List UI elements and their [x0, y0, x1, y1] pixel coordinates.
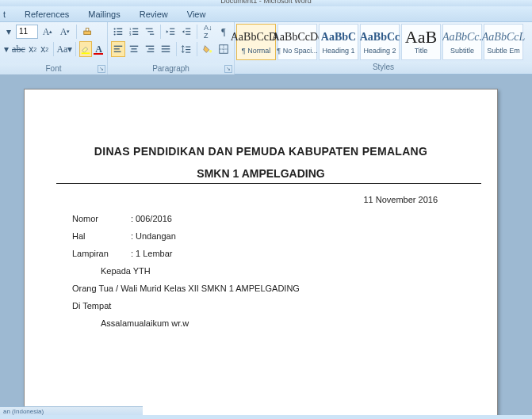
shading-button[interactable] — [201, 41, 215, 57]
decrease-indent-button[interactable] — [164, 24, 178, 40]
multilevel-button[interactable] — [143, 24, 157, 40]
style-item-0[interactable]: AaBbCcDc¶ Normal — [236, 24, 276, 60]
svg-text:3: 3 — [129, 32, 132, 36]
superscript-button[interactable]: x2 — [40, 41, 50, 57]
style-sample: AaBbCc — [360, 29, 400, 46]
svg-rect-36 — [186, 47, 191, 48]
font-dialog-launcher[interactable]: ↘ — [98, 65, 105, 73]
svg-rect-15 — [145, 29, 152, 29]
svg-rect-32 — [147, 51, 154, 52]
style-name: Heading 2 — [363, 46, 396, 55]
styles-gallery: AaBbCcDc¶ NormalAaBbCcDc¶ No Spaci...AaB… — [235, 22, 532, 62]
tab-view[interactable]: View — [178, 8, 216, 21]
style-name: Subtitle — [450, 46, 474, 55]
bullets-icon — [113, 26, 124, 37]
svg-rect-17 — [150, 34, 154, 35]
separator — [197, 25, 197, 39]
sort-button[interactable]: A↓Z — [201, 24, 215, 40]
tab-review[interactable]: Review — [130, 8, 178, 21]
style-item-6[interactable]: AaBbCcLSubtle Em — [484, 24, 523, 60]
style-item-5[interactable]: AaBbCc.Subtitle — [442, 24, 482, 60]
svg-rect-37 — [186, 49, 191, 50]
svg-rect-14 — [132, 34, 138, 35]
style-sample: AaB — [405, 29, 437, 46]
svg-rect-10 — [132, 29, 138, 29]
align-center-icon — [128, 44, 140, 55]
eraser-icon — [82, 26, 94, 37]
subscript-button[interactable]: x2 — [28, 41, 38, 57]
doc-line-1: Orang Tua / Wali Murid Kelas XII SMKN 1 … — [72, 284, 450, 293]
show-marks-button[interactable]: ¶ — [216, 24, 231, 40]
paragraph-dialog-launcher[interactable]: ↘ — [224, 65, 232, 73]
field-key: Nomor — [72, 214, 131, 223]
paste-edge[interactable]: ▾ — [3, 41, 10, 57]
bullets-button[interactable] — [111, 24, 125, 40]
svg-rect-2 — [82, 52, 90, 54]
font-size-input[interactable]: 11 — [16, 25, 38, 39]
field-key: Hal — [72, 231, 131, 241]
style-name: Subtle Em — [487, 46, 520, 55]
numbering-button[interactable]: 123 — [127, 24, 141, 40]
svg-rect-8 — [117, 34, 122, 35]
align-right-button[interactable] — [143, 41, 157, 57]
style-sample: AaBbCcL — [482, 29, 525, 46]
style-item-2[interactable]: AaBbCHeading 1 — [319, 24, 358, 60]
svg-rect-18 — [170, 29, 175, 29]
svg-rect-4 — [117, 29, 122, 29]
grow-font-button[interactable]: A▴ — [40, 24, 55, 40]
group-label-font: Font ↘ — [0, 63, 107, 74]
strikethrough-button[interactable]: abc — [11, 41, 26, 57]
style-item-4[interactable]: AaBTitle — [401, 24, 441, 60]
font-dropdown-edge[interactable]: ▾ — [3, 24, 14, 40]
separator — [53, 42, 54, 56]
svg-point-7 — [114, 33, 116, 35]
svg-point-39 — [209, 50, 212, 53]
field-nomor: Nomor : 006/2016 — [72, 214, 450, 223]
doc-date: 11 November 2016 — [72, 195, 450, 204]
style-item-3[interactable]: AaBbCcHeading 2 — [360, 24, 400, 60]
style-sample: AaBbC — [321, 29, 356, 46]
window-title: Document1 - Microsoft Word — [220, 0, 311, 5]
document-area[interactable]: DINAS PENDIDIKAN DAN PEMUDA KABUPATEN PE… — [0, 74, 532, 415]
font-color-button[interactable]: A — [94, 41, 104, 57]
group-styles: AaBbCcDc¶ NormalAaBbCcDc¶ No Spaci...AaB… — [235, 22, 532, 74]
svg-rect-33 — [161, 46, 170, 47]
svg-rect-6 — [117, 31, 122, 32]
clear-formatting-button[interactable] — [80, 24, 96, 40]
indent-icon — [181, 26, 192, 37]
svg-rect-29 — [130, 51, 137, 52]
svg-rect-27 — [130, 46, 139, 47]
line-spacing-icon — [181, 44, 192, 55]
field-key: Lampiran — [72, 249, 131, 258]
tab-cut[interactable]: t — [3, 8, 15, 21]
tab-mailings[interactable]: Mailings — [78, 8, 129, 21]
svg-rect-22 — [186, 31, 191, 32]
justify-button[interactable] — [159, 41, 173, 57]
bucket-icon — [202, 44, 213, 55]
page[interactable]: DINAS PENDIDIKAN DAN PEMUDA KABUPATEN PE… — [24, 89, 498, 415]
style-sample: AaBbCc. — [442, 29, 482, 46]
align-left-button[interactable] — [111, 41, 125, 57]
style-name: Title — [415, 46, 428, 55]
multilevel-icon — [144, 26, 155, 37]
align-right-icon — [144, 44, 155, 55]
tab-references[interactable]: References — [15, 8, 78, 21]
group-paragraph: 123 A↓Z ¶ Paragraph — [108, 22, 235, 74]
header-rule — [56, 183, 481, 184]
align-left-icon — [113, 44, 124, 55]
increase-indent-button[interactable] — [179, 24, 193, 40]
style-item-1[interactable]: AaBbCcDc¶ No Spaci... — [277, 24, 317, 60]
shrink-font-button[interactable]: A▾ — [57, 24, 73, 40]
borders-button[interactable] — [216, 41, 231, 57]
svg-point-3 — [114, 28, 116, 29]
svg-rect-24 — [114, 46, 123, 47]
style-sample: AaBbCcDc — [272, 29, 323, 46]
line-spacing-button[interactable] — [179, 41, 193, 57]
align-center-button[interactable] — [127, 41, 141, 57]
doc-kepada: Kepada YTH — [101, 266, 450, 276]
svg-rect-26 — [114, 51, 121, 52]
group-font: ▾ 11 A▴ A▾ ▾ abc x2 x2 Aa▾ — [0, 22, 108, 74]
highlight-button[interactable] — [79, 41, 92, 57]
change-case-button[interactable]: Aa▾ — [56, 41, 72, 57]
doc-header-2: SMKN 1 AMPELGADING — [72, 167, 450, 180]
